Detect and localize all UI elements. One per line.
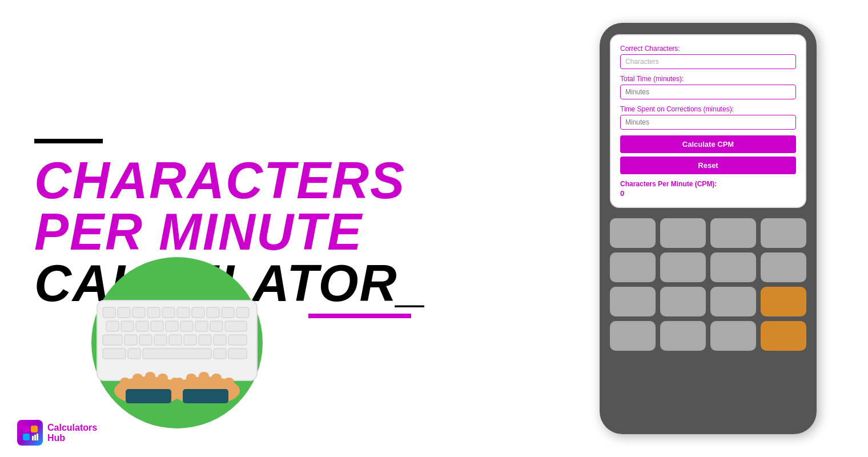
purple-underline <box>308 314 411 318</box>
svg-rect-29 <box>103 348 126 359</box>
result-label: Characters Per Minute (CPM): <box>620 180 796 188</box>
total-time-label: Total Time (minutes): <box>620 75 796 83</box>
key-13[interactable] <box>660 321 706 351</box>
total-time-input[interactable] <box>620 85 796 99</box>
key-2[interactable] <box>660 218 706 248</box>
key-9[interactable] <box>610 287 656 316</box>
time-corrections-label: Time Spent on Corrections (minutes): <box>620 105 796 113</box>
svg-rect-28 <box>228 335 247 345</box>
phone-screen: Correct Characters: Total Time (minutes)… <box>610 34 806 208</box>
keyboard-illustration <box>69 280 286 440</box>
result-value: 0 <box>620 189 796 198</box>
svg-rect-51 <box>32 436 34 440</box>
svg-rect-4 <box>147 307 160 318</box>
svg-rect-5 <box>162 307 175 318</box>
correct-characters-label: Correct Characters: <box>620 45 796 53</box>
svg-rect-7 <box>192 307 204 318</box>
svg-rect-19 <box>225 321 247 331</box>
key-11[interactable] <box>710 287 756 316</box>
svg-rect-25 <box>184 335 196 345</box>
svg-rect-48 <box>23 426 30 432</box>
key-5[interactable] <box>610 252 656 282</box>
key-1[interactable] <box>610 218 656 248</box>
logo-icon <box>17 420 43 446</box>
svg-rect-31 <box>143 348 211 359</box>
time-corrections-input[interactable] <box>620 115 796 130</box>
keypad <box>610 218 806 351</box>
svg-rect-9 <box>222 307 234 318</box>
svg-rect-14 <box>151 321 163 331</box>
key-14[interactable] <box>710 321 756 351</box>
svg-rect-2 <box>118 307 130 318</box>
reset-button[interactable]: Reset <box>620 157 796 174</box>
svg-rect-6 <box>177 307 190 318</box>
svg-rect-1 <box>103 307 115 318</box>
svg-rect-23 <box>154 335 167 345</box>
svg-rect-46 <box>175 378 184 394</box>
key-3[interactable] <box>710 218 756 248</box>
svg-rect-16 <box>180 321 193 331</box>
logo-area: Calculators Hub <box>17 420 97 446</box>
logo-text: Calculators Hub <box>47 423 97 443</box>
left-section: CHARACTERS PER MINUTE CALCULATOR_ <box>0 0 571 457</box>
calculator-phone: Correct Characters: Total Time (minutes)… <box>600 23 817 434</box>
top-decorative-bar <box>34 139 103 143</box>
key-orange-2[interactable] <box>761 321 806 351</box>
svg-rect-53 <box>37 434 38 440</box>
key-8[interactable] <box>761 252 806 282</box>
svg-rect-17 <box>195 321 208 331</box>
logo-name-bottom: Hub <box>47 433 97 443</box>
logo-name-top: Calculators <box>47 423 97 433</box>
svg-rect-15 <box>166 321 178 331</box>
correct-characters-input[interactable] <box>620 54 796 69</box>
svg-rect-10 <box>236 307 249 318</box>
calculate-button[interactable]: Calculate CPM <box>620 135 796 153</box>
svg-rect-47 <box>183 389 228 403</box>
svg-rect-33 <box>228 348 247 359</box>
key-12[interactable] <box>610 321 656 351</box>
svg-rect-11 <box>106 321 119 331</box>
svg-rect-12 <box>121 321 134 331</box>
key-10[interactable] <box>660 287 706 316</box>
title-characters: CHARACTERS <box>34 155 537 206</box>
svg-rect-21 <box>124 335 137 345</box>
key-7[interactable] <box>710 252 756 282</box>
key-6[interactable] <box>660 252 706 282</box>
svg-rect-24 <box>169 335 182 345</box>
svg-rect-26 <box>199 335 211 345</box>
svg-rect-8 <box>207 307 219 318</box>
svg-rect-3 <box>132 307 145 318</box>
key-orange-1[interactable] <box>761 287 806 316</box>
svg-rect-13 <box>136 321 148 331</box>
svg-rect-30 <box>128 348 140 359</box>
svg-rect-18 <box>210 321 223 331</box>
svg-rect-27 <box>214 335 226 345</box>
title-per-minute: PER MINUTE <box>34 206 537 258</box>
svg-rect-49 <box>31 426 38 432</box>
key-4[interactable] <box>761 218 806 248</box>
svg-rect-32 <box>214 348 226 359</box>
svg-rect-40 <box>126 389 171 403</box>
keyboard-svg <box>86 289 268 406</box>
right-section: Correct Characters: Total Time (minutes)… <box>571 0 868 457</box>
svg-rect-50 <box>23 434 30 440</box>
svg-rect-22 <box>139 335 152 345</box>
svg-rect-52 <box>34 435 36 440</box>
svg-rect-20 <box>103 335 122 345</box>
